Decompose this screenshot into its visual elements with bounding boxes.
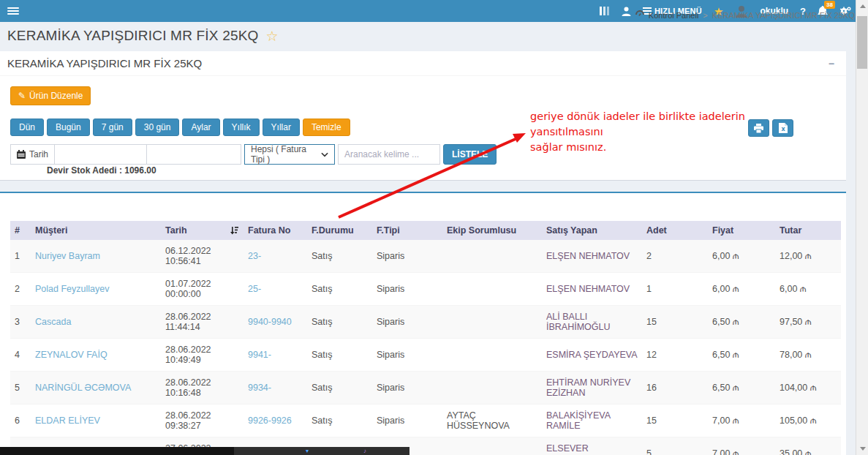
cell-seller: ALİ BALLI İBRAHİMOĞLU <box>542 306 642 339</box>
cell-date: 28.06.2022 11:44:14 <box>161 306 244 339</box>
favorite-toggle-star-icon[interactable]: ☆ <box>266 28 279 45</box>
cell-team-lead <box>442 273 542 306</box>
cell-status: Satış <box>307 372 372 405</box>
cell-type: Siparis <box>372 306 442 339</box>
cell-seller: ELŞEN NEHMATOV <box>542 273 642 306</box>
cell-customer[interactable]: ELDAR ELİYEV <box>31 405 161 437</box>
cell-seller: ELŞEN NEHMATOV <box>542 240 642 273</box>
app-window: HIZLI MENÜ ★ okuklu ? 38 KERAMİKA YAPIŞD… <box>0 0 868 455</box>
dashboard-icon <box>635 10 644 20</box>
sort-icon[interactable] <box>230 226 239 235</box>
filter-button-bugün[interactable]: Bugün <box>47 119 90 136</box>
column-header-müşteri[interactable]: Müşteri <box>31 221 161 240</box>
cell-team-lead <box>442 306 542 339</box>
chevron-down-icon <box>321 152 328 157</box>
table-row: 6ELDAR ELİYEV28.06.2022 09:38:279926-992… <box>10 405 841 437</box>
filter-button-dün[interactable]: Dün <box>10 119 44 136</box>
column-header-adet[interactable]: Adet <box>642 221 708 240</box>
filter-button-aylar[interactable]: Aylar <box>182 119 219 136</box>
cell-type: Siparis <box>372 240 442 273</box>
column-header-tutar[interactable]: Tutar <box>775 221 841 240</box>
cell-customer[interactable]: Nuriyev Bayram <box>31 240 161 273</box>
column-header-satış-yapan[interactable]: Satış Yapan <box>542 221 642 240</box>
table-row: 2Polad Feyzullayev01.07.2022 00:00:0025-… <box>10 273 841 306</box>
cell-seller: BALAKİŞİYEVA RAMİLE <box>542 405 642 437</box>
cell-invoice-no[interactable]: 25- <box>244 273 307 306</box>
column-header-ekip-sorumlusu[interactable]: Ekip Sorumlusu <box>442 221 542 240</box>
cell-seller: ESMİRA ŞEYDAYEVA <box>542 339 642 372</box>
cell-customer[interactable]: ZEYNALOV FAİQ <box>31 339 161 372</box>
list-button[interactable]: LİSTELE <box>443 144 497 165</box>
date-from-input[interactable] <box>55 145 147 164</box>
clear-filter-button[interactable]: Temizle <box>303 119 350 136</box>
opening-stock-label: Devir Stok Adedi : 1096.00 <box>47 165 156 176</box>
cell-index: 2 <box>10 273 31 306</box>
column-header-f-tipi[interactable]: F.Tipi <box>372 221 442 240</box>
cell-date: 01.07.2022 00:00:00 <box>161 273 244 306</box>
column-header-fatura-no[interactable]: Fatura No <box>244 221 307 240</box>
panel-title: KERAMİKA YAPIŞDIRICI MR FİX 25KQ <box>7 57 202 69</box>
cell-type: Siparis <box>372 273 442 306</box>
breadcrumb-home[interactable]: Kontrol Paneli <box>649 11 699 20</box>
filter-button-yıllar[interactable]: Yıllar <box>263 119 300 136</box>
cell-type: Siparis <box>372 405 442 437</box>
cell-price: 7,00 ₼ <box>708 437 775 455</box>
cell-invoice-no[interactable]: 9934- <box>244 372 307 405</box>
column-header-#[interactable]: # <box>10 221 31 240</box>
search-input[interactable] <box>338 144 440 165</box>
sales-table-panel: #MüşteriTarihFatura NoF.DurumuF.TipiEkip… <box>0 192 846 455</box>
date-label: Tarih <box>11 145 55 164</box>
user-icon[interactable] <box>622 7 631 16</box>
edit-product-button[interactable]: ✎ Ürün Düzenle <box>10 86 91 105</box>
page-header: KERAMİKA YAPIŞDIRICI MR FİX 25KQ ☆ <box>0 22 846 50</box>
panel-collapse-button[interactable]: − <box>829 58 834 69</box>
page-title: KERAMİKA YAPIŞDIRICI MR FİX 25KQ <box>7 28 259 44</box>
cell-total: 35,00 ₼ <box>775 437 841 455</box>
cell-customer[interactable]: Polad Feyzullayev <box>31 273 161 306</box>
taskbar-strip: ▾ ♪ <box>0 447 410 455</box>
scrollbar-thumb[interactable] <box>857 16 867 69</box>
cell-qty: 12 <box>642 339 708 372</box>
date-to-input[interactable] <box>147 145 241 164</box>
sales-table: #MüşteriTarihFatura NoF.DurumuF.TipiEkip… <box>10 221 841 455</box>
cell-qty: 16 <box>642 372 708 405</box>
cell-total: 12,00 ₼ <box>775 240 841 273</box>
cell-price: 7,00 ₼ <box>708 405 775 437</box>
column-header-tarih[interactable]: Tarih <box>161 221 244 240</box>
date-filter-buttons: DünBugün7 gün30 günAylarYıllıkYıllarTemi… <box>10 119 350 136</box>
columns-icon[interactable] <box>600 7 610 15</box>
cell-total: 78,00 ₼ <box>775 339 841 372</box>
taskbar-app-icon: ♪ <box>363 448 366 454</box>
filter-button-yıllık[interactable]: Yıllık <box>223 119 260 136</box>
cell-qty: 5 <box>642 437 708 455</box>
scroll-up-button[interactable] <box>856 0 868 12</box>
cell-customer[interactable]: NARİNGÜL ƏCƏMOVA <box>31 372 161 405</box>
cell-index: 6 <box>10 405 31 437</box>
cell-invoice-no[interactable]: 9940-9940 <box>244 306 307 339</box>
cell-customer[interactable]: Cascada <box>31 306 161 339</box>
cell-index: 4 <box>10 339 31 372</box>
cell-qty: 1 <box>642 273 708 306</box>
cell-index: 1 <box>10 240 31 273</box>
sidebar-toggle-icon[interactable] <box>7 7 19 15</box>
table-row: 3Cascada28.06.2022 11:44:149940-9940Satı… <box>10 306 841 339</box>
filter-button-7-gün[interactable]: 7 gün <box>93 119 132 136</box>
column-header-f-durumu[interactable]: F.Durumu <box>307 221 372 240</box>
annotation-note: geriye dönük iadeler ile birlikte iadele… <box>530 109 801 155</box>
invoice-type-select[interactable]: Hepsi ( Fatura Tipi ) <box>244 144 335 165</box>
vertical-scrollbar[interactable] <box>856 0 868 455</box>
cell-invoice-no[interactable]: 9941- <box>244 339 307 372</box>
cell-type: Siparis <box>372 372 442 405</box>
cell-price: 6,50 ₼ <box>708 372 775 405</box>
breadcrumb: Kontrol Paneli > KERAMİKA YAPIŞDIRICI MR… <box>635 10 855 20</box>
scroll-down-button[interactable] <box>856 443 868 455</box>
cell-team-lead <box>442 372 542 405</box>
cell-status: Satış <box>307 405 372 437</box>
date-range-group: Tarih <box>10 144 241 165</box>
cell-price: 6,50 ₼ <box>708 339 775 372</box>
filter-button-30-gün[interactable]: 30 gün <box>135 119 180 136</box>
cell-invoice-no[interactable]: 23- <box>244 240 307 273</box>
column-header-fiyat[interactable]: Fiyat <box>708 221 775 240</box>
cell-invoice-no[interactable]: 9926-9926 <box>244 405 307 437</box>
cell-status: Satış <box>307 273 372 306</box>
